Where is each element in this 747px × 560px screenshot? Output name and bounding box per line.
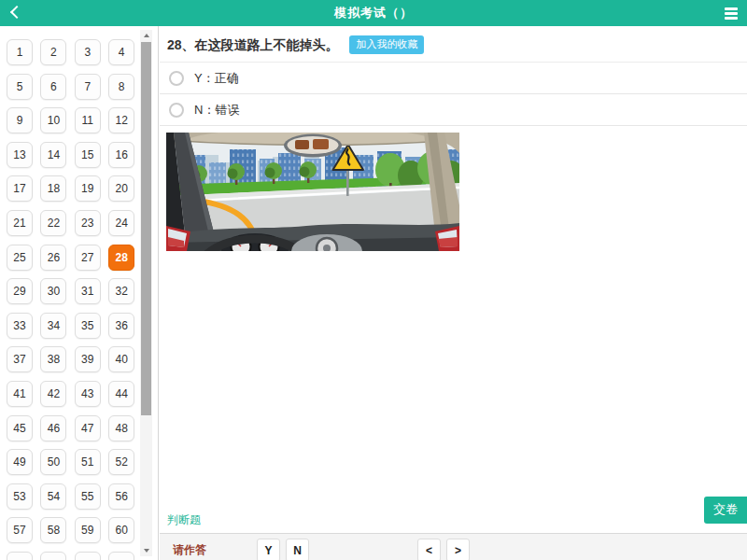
answer-n-button[interactable]: N xyxy=(286,539,309,560)
question-number-button[interactable]: 11 xyxy=(75,107,101,133)
question-number-button[interactable]: 56 xyxy=(108,483,134,510)
question-number-button[interactable]: 45 xyxy=(7,415,33,441)
options-list: Y：正确N：错误 xyxy=(160,63,747,126)
question-number-button[interactable]: 19 xyxy=(75,175,101,202)
answer-y-button[interactable]: Y xyxy=(257,539,280,560)
question-number-button[interactable]: 23 xyxy=(75,210,101,236)
question-number-button[interactable]: 14 xyxy=(40,142,66,168)
question-number-button[interactable]: 16 xyxy=(108,142,134,168)
question-number-button[interactable]: 64 xyxy=(108,552,134,560)
question-number-button[interactable]: 17 xyxy=(7,175,33,202)
question-number-button[interactable]: 42 xyxy=(40,381,66,407)
prev-question-button[interactable]: < xyxy=(417,539,441,560)
question-number-button[interactable]: 2 xyxy=(40,39,66,65)
question-number-button[interactable]: 33 xyxy=(7,313,33,339)
menu-icon[interactable] xyxy=(725,7,738,21)
question-number-button[interactable]: 13 xyxy=(7,142,33,168)
question-number-button[interactable]: 41 xyxy=(7,381,33,407)
question-number-button[interactable]: 47 xyxy=(75,415,101,441)
question-number-button[interactable]: 18 xyxy=(40,175,66,202)
question-number-button[interactable]: 44 xyxy=(108,381,134,407)
question-number-button[interactable]: 62 xyxy=(40,552,66,560)
question-number-button[interactable]: 3 xyxy=(75,39,101,65)
question-number-button[interactable]: 61 xyxy=(7,552,33,560)
question-number-button[interactable]: 6 xyxy=(40,74,66,100)
question-number-button[interactable]: 46 xyxy=(40,415,66,441)
question-number-button[interactable]: 52 xyxy=(108,449,134,475)
scroll-down-icon[interactable] xyxy=(140,545,152,556)
question-number-grid: 1234567891011121314151617181920212223242… xyxy=(7,39,134,560)
option-label: N：错误 xyxy=(194,102,239,119)
question-number-button[interactable]: 32 xyxy=(108,278,134,304)
question-number-button[interactable]: 58 xyxy=(40,517,66,543)
question-number-button[interactable]: 38 xyxy=(40,346,66,372)
answer-bar: 请作答 YN < > xyxy=(160,533,747,560)
question-number-button[interactable]: 22 xyxy=(40,210,66,236)
question-number-button[interactable]: 7 xyxy=(75,74,101,100)
question-number-sidebar: 1234567891011121314151617181920212223242… xyxy=(0,26,159,560)
question-panel: 28、在这段道路上不能掉头。 加入我的收藏 Y：正确N：错误 xyxy=(160,26,747,560)
radio-icon[interactable] xyxy=(169,103,184,118)
question-number-button[interactable]: 12 xyxy=(108,107,134,133)
question-number-button[interactable]: 40 xyxy=(108,346,134,372)
question-number-button[interactable]: 25 xyxy=(7,245,33,271)
scrollbar-thumb[interactable] xyxy=(141,42,151,415)
question-number-button[interactable]: 60 xyxy=(108,517,134,543)
question-image xyxy=(166,133,459,251)
question-number-button[interactable]: 8 xyxy=(108,74,134,100)
question-number-button[interactable]: 31 xyxy=(75,278,101,304)
question-number-button[interactable]: 39 xyxy=(75,346,101,372)
question-number-button[interactable]: 59 xyxy=(75,517,101,543)
question-number-button[interactable]: 28 xyxy=(108,245,134,271)
question-number-button[interactable]: 4 xyxy=(108,39,134,65)
question-number-button[interactable]: 37 xyxy=(7,346,33,372)
top-bar: 模拟考试（） xyxy=(0,0,747,26)
answer-prompt-label: 请作答 xyxy=(173,542,206,558)
question-type-label: 判断题 xyxy=(167,512,201,528)
answer-buttons: YN xyxy=(257,539,309,560)
radio-icon[interactable] xyxy=(169,71,184,86)
question-number-button[interactable]: 34 xyxy=(40,313,66,339)
question-number-button[interactable]: 49 xyxy=(7,449,33,475)
submit-exam-button[interactable]: 交卷 xyxy=(704,497,747,524)
question-number-button[interactable]: 63 xyxy=(75,552,101,560)
next-question-button[interactable]: > xyxy=(446,539,470,560)
question-nav: < > xyxy=(417,539,470,560)
back-icon[interactable] xyxy=(10,6,23,19)
question-number-button[interactable]: 15 xyxy=(75,142,101,168)
question-text: 28、在这段道路上不能掉头。 xyxy=(167,37,339,52)
question-number-button[interactable]: 27 xyxy=(75,245,101,271)
question-number-button[interactable]: 10 xyxy=(40,107,66,133)
question-number-button[interactable]: 1 xyxy=(7,39,33,65)
question-number-button[interactable]: 50 xyxy=(40,449,66,475)
add-favorite-button[interactable]: 加入我的收藏 xyxy=(349,35,424,54)
question-number-button[interactable]: 35 xyxy=(75,313,101,339)
question-number-button[interactable]: 53 xyxy=(7,483,33,510)
question-number-button[interactable]: 57 xyxy=(7,517,33,543)
answer-option[interactable]: N：错误 xyxy=(160,94,747,126)
question-number-button[interactable]: 51 xyxy=(75,449,101,475)
question-number-button[interactable]: 24 xyxy=(108,210,134,236)
scroll-up-icon[interactable] xyxy=(140,30,152,41)
sidebar-scrollbar[interactable] xyxy=(140,30,152,556)
question-number-button[interactable]: 54 xyxy=(40,483,66,510)
question-number-button[interactable]: 48 xyxy=(108,415,134,441)
option-label: Y：正确 xyxy=(194,70,239,87)
question-number-button[interactable]: 30 xyxy=(40,278,66,304)
question-number-button[interactable]: 20 xyxy=(108,175,134,202)
question-number-button[interactable]: 43 xyxy=(75,381,101,407)
question-row: 28、在这段道路上不能掉头。 加入我的收藏 xyxy=(160,26,747,63)
question-number-button[interactable]: 9 xyxy=(7,107,33,133)
page-title: 模拟考试（） xyxy=(334,5,413,21)
question-number-button[interactable]: 26 xyxy=(40,245,66,271)
question-number-button[interactable]: 5 xyxy=(7,74,33,100)
answer-option[interactable]: Y：正确 xyxy=(160,63,747,94)
question-number-button[interactable]: 29 xyxy=(7,278,33,304)
question-number-button[interactable]: 55 xyxy=(75,483,101,510)
question-number-button[interactable]: 21 xyxy=(7,210,33,236)
question-number-button[interactable]: 36 xyxy=(108,313,134,339)
